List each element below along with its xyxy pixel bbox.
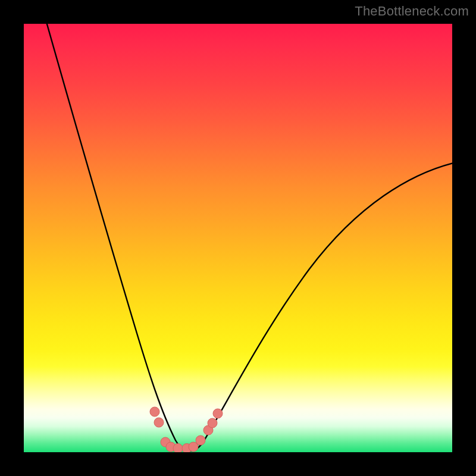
data-marker (173, 444, 183, 453)
curve-layer (24, 24, 452, 452)
data-marker (196, 436, 205, 445)
data-marker (154, 418, 164, 427)
bottleneck-curve-right (189, 162, 452, 451)
data-marker (150, 407, 159, 416)
chart-frame: TheBottleneck.com (0, 0, 476, 476)
data-marker (208, 418, 217, 428)
data-marker (213, 409, 223, 418)
marker-group (150, 407, 223, 452)
watermark-text: TheBottleneck.com (355, 4, 469, 19)
bottleneck-curve-left (45, 24, 189, 451)
plot-area (24, 24, 452, 452)
